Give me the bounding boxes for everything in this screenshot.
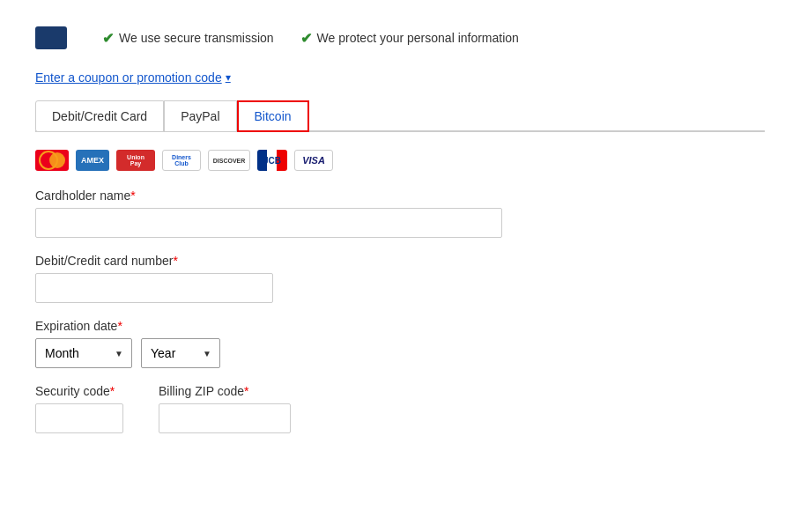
expiration-required-star: *	[117, 319, 122, 333]
payment-form: Cardholder name* Debit/Credit card numbe…	[35, 188, 765, 449]
card-number-required-star: *	[173, 254, 177, 268]
tab-paypal[interactable]: PayPal	[164, 100, 236, 132]
security-code-required-star: *	[110, 384, 115, 398]
month-select[interactable]: Month 010203 040506 070809 101112	[35, 338, 132, 368]
personal-info-text: We protect your personal information	[317, 31, 519, 45]
visa-logo: VISA	[294, 150, 333, 171]
mastercard-logo	[35, 150, 69, 171]
billing-zip-required-star: *	[244, 384, 248, 398]
expiration-group: Expiration date* Month 010203 040506 070…	[35, 319, 765, 368]
security-code-group: Security code*	[35, 384, 123, 433]
cardholder-label: Cardholder name*	[35, 188, 765, 203]
coupon-link[interactable]: Enter a coupon or promotion code ▾	[35, 70, 231, 85]
security-bar: ✔ We use secure transmission ✔ We protec…	[35, 18, 765, 58]
coupon-dropdown-arrow: ▾	[226, 71, 231, 84]
cardholder-name-group: Cardholder name*	[35, 188, 765, 238]
card-number-input[interactable]	[35, 273, 273, 303]
check-icon-1: ✔	[102, 30, 114, 47]
card-number-label: Debit/Credit card number*	[35, 254, 765, 268]
card-logos: AMEX Union Pay Diners Club DISCOVER JCB …	[35, 150, 765, 171]
transmission-security: ✔ We use secure transmission	[102, 30, 274, 47]
card-number-group: Debit/Credit card number*	[35, 254, 765, 303]
expiration-selects: Month 010203 040506 070809 101112 Year 2…	[35, 338, 765, 368]
jcb-logo: JCB	[257, 150, 287, 171]
transmission-text: We use secure transmission	[119, 31, 274, 45]
tab-bitcoin[interactable]: Bitcoin	[237, 100, 309, 132]
tab-debit-credit[interactable]: Debit/Credit Card	[35, 100, 164, 132]
discover-logo: DISCOVER	[208, 150, 250, 171]
month-select-wrapper: Month 010203 040506 070809 101112	[35, 338, 132, 368]
page-wrapper: ✔ We use secure transmission ✔ We protec…	[0, 0, 800, 467]
security-code-input[interactable]	[35, 403, 123, 433]
billing-zip-group: Billing ZIP code*	[159, 384, 291, 433]
lock-icon	[35, 26, 67, 49]
secure-icon	[35, 26, 76, 49]
billing-zip-label: Billing ZIP code*	[159, 384, 291, 398]
year-select-wrapper: Year 202420252026 202720282029 203020312…	[141, 338, 220, 368]
payment-tabs: Debit/Credit Card PayPal Bitcoin	[35, 99, 765, 132]
diners-logo: Diners Club	[162, 150, 201, 171]
expiration-label: Expiration date*	[35, 319, 765, 333]
cardholder-required-star: *	[130, 188, 135, 203]
cardholder-name-input[interactable]	[35, 208, 502, 238]
amex-logo: AMEX	[76, 150, 109, 171]
security-code-label: Security code*	[35, 384, 123, 398]
check-icon-2: ✔	[300, 30, 312, 47]
personal-info-security: ✔ We protect your personal information	[300, 30, 519, 47]
year-select[interactable]: Year 202420252026 202720282029 203020312…	[141, 338, 220, 368]
security-zip-row: Security code* Billing ZIP code*	[35, 384, 765, 449]
billing-zip-input[interactable]	[159, 403, 291, 433]
coupon-link-text: Enter a coupon or promotion code	[35, 70, 222, 85]
unionpay-logo: Union Pay	[116, 150, 155, 171]
